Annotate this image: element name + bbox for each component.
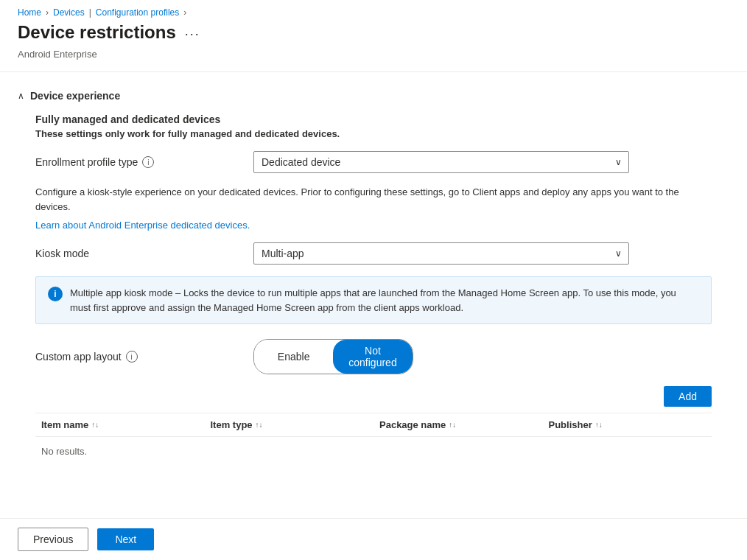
learn-more-link[interactable]: Learn about Android Enterprise dedicated…: [35, 220, 712, 231]
section-title: Device experience: [30, 90, 120, 102]
table-header: Item name ↑↓ Item type ↑↓ Package name ↑…: [35, 413, 712, 437]
kiosk-mode-label: Kiosk mode: [35, 248, 242, 259]
sort-publisher-icon: ↑↓: [595, 421, 603, 429]
info-box-text: Multiple app kiosk mode – Locks the devi…: [70, 286, 699, 315]
main-content: ∧ Device experience Fully managed and de…: [0, 78, 747, 477]
sort-item-type-icon: ↑↓: [256, 421, 263, 429]
next-button[interactable]: Next: [97, 528, 154, 550]
col-header-publisher[interactable]: Publisher ↑↓: [543, 419, 712, 430]
custom-app-layout-label: Custom app layout i: [35, 351, 242, 363]
col-header-item-type[interactable]: Item type ↑↓: [205, 419, 374, 430]
enrollment-profile-select[interactable]: Dedicated device Fully managed Corporate…: [253, 151, 629, 173]
breadcrumb-home[interactable]: Home: [18, 7, 41, 18]
enrollment-profile-info-icon[interactable]: i: [142, 156, 154, 168]
info-box-icon: i: [48, 287, 63, 301]
custom-app-layout-toggle: Enable Not configured: [253, 339, 413, 374]
kiosk-mode-select[interactable]: Single app Multi-app Not configured: [253, 242, 629, 265]
page-title: Device restrictions: [18, 22, 176, 43]
add-button[interactable]: Add: [664, 386, 712, 407]
enrollment-profile-select-wrapper: Dedicated device Fully managed Corporate…: [253, 151, 629, 173]
kiosk-mode-row: Kiosk mode Single app Multi-app Not conf…: [35, 242, 712, 265]
previous-button[interactable]: Previous: [18, 528, 88, 551]
toggle-not-configured-button[interactable]: Not configured: [333, 340, 412, 374]
enrollment-profile-label: Enrollment profile type i: [35, 156, 242, 168]
kiosk-info-text: Configure a kiosk-style experience on yo…: [35, 185, 712, 214]
enrollment-profile-row: Enrollment profile type i Dedicated devi…: [35, 151, 712, 173]
page-subtitle: Android Enterprise: [0, 49, 747, 71]
table-empty-message: No results.: [35, 437, 712, 466]
header-divider: [0, 71, 747, 72]
col-header-package-name[interactable]: Package name ↑↓: [374, 419, 543, 430]
page-header: Device restrictions ···: [0, 22, 747, 49]
footer: Previous Next: [0, 518, 747, 560]
section-body: Fully managed and dedicated devices Thes…: [18, 108, 729, 472]
sort-package-name-icon: ↑↓: [449, 421, 456, 429]
breadcrumb: Home › Devices | Configuration profiles …: [0, 0, 747, 22]
breadcrumb-sep-1: ›: [46, 7, 49, 18]
kiosk-mode-select-wrapper: Single app Multi-app Not configured ∨: [253, 242, 629, 265]
breadcrumb-sep-3: ›: [183, 7, 186, 18]
subsection-title: Fully managed and dedicated devices: [35, 113, 712, 125]
sort-item-name-icon: ↑↓: [91, 421, 99, 429]
breadcrumb-sep-2: |: [89, 7, 91, 18]
subsection-description: These settings only work for fully manag…: [35, 128, 712, 139]
toggle-enable-button[interactable]: Enable: [254, 340, 333, 374]
multi-app-info-box: i Multiple app kiosk mode – Locks the de…: [35, 276, 712, 324]
breadcrumb-config-profiles[interactable]: Configuration profiles: [96, 7, 179, 18]
section-header-device-experience[interactable]: ∧ Device experience: [18, 84, 729, 108]
app-table: Item name ↑↓ Item type ↑↓ Package name ↑…: [35, 413, 712, 466]
breadcrumb-devices[interactable]: Devices: [53, 7, 85, 18]
page-menu-button[interactable]: ···: [185, 27, 200, 42]
section-chevron-icon: ∧: [18, 91, 24, 101]
custom-app-layout-row: Custom app layout i Enable Not configure…: [35, 339, 712, 374]
custom-app-layout-info-icon[interactable]: i: [126, 351, 138, 363]
col-header-item-name[interactable]: Item name ↑↓: [35, 419, 205, 430]
